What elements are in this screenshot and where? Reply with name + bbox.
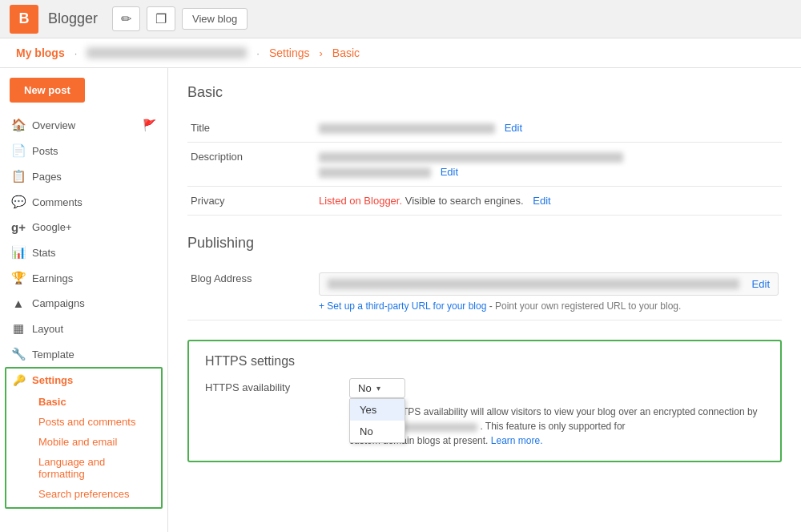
https-dropdown-value: No xyxy=(358,382,372,394)
new-post-button[interactable]: New post xyxy=(10,78,85,103)
template-icon: 🔧 xyxy=(11,347,26,361)
privacy-edit-link[interactable]: Edit xyxy=(533,195,550,207)
blog-address-label: Blog Address xyxy=(187,264,316,320)
description-blurred-1 xyxy=(319,152,623,163)
settings-sub-basic[interactable]: Basic xyxy=(6,392,161,412)
pencil-icon: ✏ xyxy=(121,12,131,26)
sidebar-item-stats[interactable]: 📊 Stats xyxy=(0,240,167,265)
home-icon: 🏠 xyxy=(11,118,26,132)
comments-icon: 💬 xyxy=(11,195,26,209)
https-learn-more-link[interactable]: Learn more. xyxy=(491,435,543,446)
blog-title-blurred xyxy=(87,47,247,58)
sidebar-item-settings[interactable]: 🔑 Settings xyxy=(6,369,161,392)
https-content: No ▾ Yes No Enabling HTTPS availability … xyxy=(349,378,764,448)
sidebar-item-template[interactable]: 🔧 Template xyxy=(0,341,167,367)
pencil-button[interactable]: ✏ xyxy=(112,6,140,31)
blog-address-edit-link[interactable]: Edit xyxy=(752,278,770,290)
privacy-value: Listed on Blogger. Visible to search eng… xyxy=(316,187,782,216)
sidebar-item-earnings[interactable]: 🏆 Earnings xyxy=(0,265,167,291)
sidebar-item-layout[interactable]: ▦ Layout xyxy=(0,316,167,341)
description-blurred-2 xyxy=(319,167,431,178)
posts-icon: 📄 xyxy=(11,143,26,158)
description-value: Edit xyxy=(316,143,782,187)
sidebar-item-posts[interactable]: 📄 Posts xyxy=(0,138,167,163)
brand-name: Blogger xyxy=(48,10,98,27)
title-edit-link[interactable]: Edit xyxy=(505,122,522,134)
https-dropdown-container: No ▾ Yes No xyxy=(349,378,405,398)
basic-section-title: Basic xyxy=(187,84,782,101)
https-description: Enabling HTTPS availability will allow v… xyxy=(349,405,764,448)
settings-sub-search-preferences[interactable]: Search preferences xyxy=(6,484,161,504)
sidebar-label-layout: Layout xyxy=(32,323,63,335)
privacy-listed-text: Listed on Blogger. xyxy=(319,195,402,207)
third-party-section: + Set up a third-party URL for your blog… xyxy=(319,300,779,312)
copy-icon: ❐ xyxy=(155,12,167,26)
sidebar-label-campaigns: Campaigns xyxy=(32,297,85,309)
privacy-visible-text: Visible to search engines. xyxy=(405,195,524,207)
settings-sub-posts-comments[interactable]: Posts and comments xyxy=(6,412,161,432)
sidebar-label-posts: Posts xyxy=(32,145,58,157)
description-edit-link[interactable]: Edit xyxy=(441,166,458,178)
sidebar-item-overview[interactable]: 🏠 Overview 🚩 xyxy=(0,112,167,138)
main-content: Basic Title Edit Description xyxy=(168,68,801,532)
publishing-settings-table: Blog Address Edit + Set up a third-party… xyxy=(187,264,782,320)
https-settings-section: HTTPS settings HTTPS availability No ▾ Y… xyxy=(187,340,782,462)
sidebar-item-pages[interactable]: 📋 Pages xyxy=(0,163,167,189)
layout-icon: ▦ xyxy=(11,321,26,336)
https-dropdown-arrow: ▾ xyxy=(376,384,380,393)
https-dropdown-menu: Yes No xyxy=(349,398,405,443)
sidebar-item-googleplus[interactable]: g+ Google+ xyxy=(0,215,167,240)
publishing-section-title: Publishing xyxy=(187,235,782,252)
https-dropdown-trigger[interactable]: No ▾ xyxy=(349,378,405,398)
description-row: Description Edit xyxy=(187,143,782,187)
googleplus-icon: g+ xyxy=(11,220,26,234)
sidebar-label-earnings: Earnings xyxy=(32,272,73,284)
third-party-link[interactable]: + Set up a third-party URL for your blog xyxy=(319,300,486,312)
breadcrumb-basic[interactable]: Basic xyxy=(332,46,360,59)
third-party-desc: Point your own registered URL to your bl… xyxy=(495,300,681,312)
sidebar-label-template: Template xyxy=(32,349,74,361)
sidebar-label-pages: Pages xyxy=(32,171,62,183)
blog-address-value: Edit + Set up a third-party URL for your… xyxy=(316,264,782,320)
settings-sub-language-formatting[interactable]: Language and formatting xyxy=(6,452,161,484)
stats-icon: 📊 xyxy=(11,245,26,260)
top-bar: My blogs · · Settings › Basic xyxy=(0,38,801,68)
copy-button[interactable]: ❐ xyxy=(147,6,175,31)
earnings-icon: 🏆 xyxy=(11,271,26,285)
privacy-label: Privacy xyxy=(187,187,316,216)
sidebar-label-googleplus: Google+ xyxy=(32,221,72,233)
sidebar-label-overview: Overview xyxy=(32,119,75,131)
settings-section: 🔑 Settings Basic Posts and comments Mobi… xyxy=(5,367,163,509)
sidebar-label-stats: Stats xyxy=(32,247,56,259)
my-blogs-link[interactable]: My blogs xyxy=(16,46,65,59)
view-blog-button[interactable]: View blog xyxy=(182,8,248,30)
title-label: Title xyxy=(187,114,316,143)
pages-icon: 📋 xyxy=(11,169,26,183)
basic-settings-table: Title Edit Description Edit xyxy=(187,114,782,216)
breadcrumb-settings[interactable]: Settings xyxy=(269,46,310,59)
blogger-logo: B xyxy=(10,5,38,34)
https-availability-label: HTTPS availability xyxy=(205,378,333,393)
sidebar-label-settings: Settings xyxy=(32,374,73,386)
blog-address-row: Blog Address Edit + Set up a third-party… xyxy=(187,264,782,320)
blog-address-box: Edit xyxy=(319,272,779,296)
settings-sub-mobile-email[interactable]: Mobile and email xyxy=(6,432,161,452)
sidebar: New post 🏠 Overview 🚩 📄 Posts 📋 Pages 💬 … xyxy=(0,68,168,532)
https-option-yes[interactable]: Yes xyxy=(350,399,405,421)
third-party-sep: - xyxy=(489,300,495,312)
sidebar-item-campaigns[interactable]: ▲ Campaigns xyxy=(0,291,167,316)
https-desc-suffix: . This feature is only supported for xyxy=(480,421,625,432)
notification-icon: 🚩 xyxy=(143,119,156,131)
https-option-no[interactable]: No xyxy=(350,421,405,442)
topbar-arrow: · xyxy=(256,47,260,59)
title-value: Edit xyxy=(316,114,782,143)
blog-address-blurred xyxy=(328,279,739,289)
description-label: Description xyxy=(187,143,316,187)
title-row: Title Edit xyxy=(187,114,782,143)
sidebar-label-comments: Comments xyxy=(32,196,83,208)
https-section-title: HTTPS settings xyxy=(205,354,764,369)
app-header: B Blogger ✏ ❐ View blog xyxy=(0,0,801,38)
content-area: New post 🏠 Overview 🚩 📄 Posts 📋 Pages 💬 … xyxy=(0,68,801,532)
settings-icon: 🔑 xyxy=(13,374,26,386)
sidebar-item-comments[interactable]: 💬 Comments xyxy=(0,189,167,215)
